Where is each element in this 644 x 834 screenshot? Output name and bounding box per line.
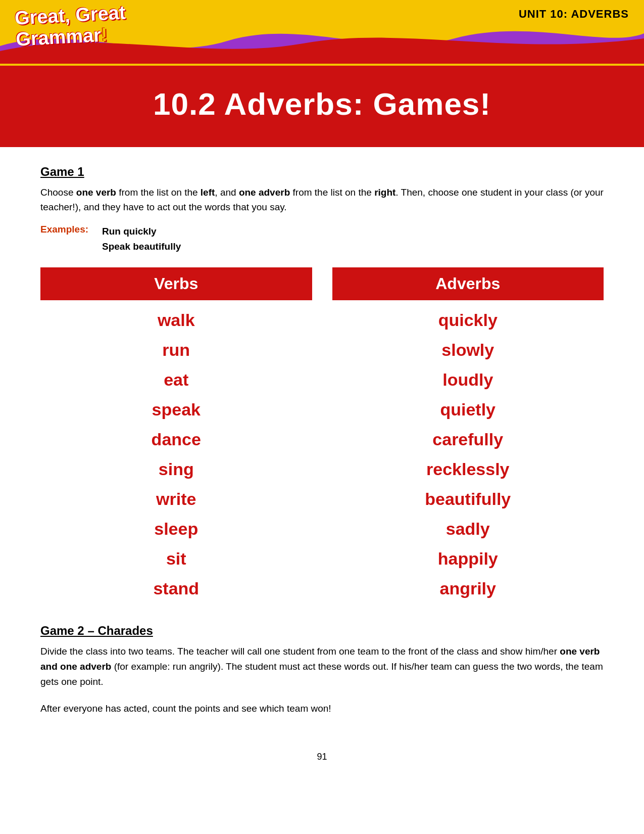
game1-title: Game 1: [40, 165, 604, 179]
adverb-carefully: carefully: [332, 425, 604, 454]
page-number: 91: [0, 752, 644, 772]
verb-stand: stand: [40, 574, 312, 604]
red-banner: 10.2 Adverbs: Games!: [0, 66, 644, 147]
verbs-column: Verbs walk run eat speak dance sing writ…: [40, 267, 312, 604]
logo-exclaim: !: [101, 24, 108, 45]
logo-line2: Grammar: [15, 24, 102, 50]
game2-after-text: After everyone has acted, count the poin…: [40, 701, 604, 716]
verb-sit: sit: [40, 544, 312, 574]
example2: Speak beautifully: [102, 239, 181, 254]
header: Great, Great Grammar! UNIT 10: ADVERBS: [0, 0, 644, 66]
unit-label: UNIT 10: ADVERBS: [519, 8, 629, 21]
adverb-slowly: slowly: [332, 335, 604, 365]
game1-description: Choose one verb from the list on the lef…: [40, 185, 604, 215]
adverb-quickly: quickly: [332, 305, 604, 335]
verb-eat: eat: [40, 365, 312, 395]
adverb-sadly: sadly: [332, 514, 604, 544]
content: Game 1 Choose one verb from the list on …: [0, 147, 644, 752]
verb-speak: speak: [40, 395, 312, 425]
word-table: Verbs walk run eat speak dance sing writ…: [40, 267, 604, 604]
page-title: 10.2 Adverbs: Games!: [30, 86, 614, 122]
adverb-loudly: loudly: [332, 365, 604, 395]
logo-line1: Great, Great: [14, 2, 126, 28]
adverbs-header: Adverbs: [332, 267, 604, 300]
game2-description: Divide the class into two teams. The tea…: [40, 644, 604, 690]
logo-text: Great, Great Grammar!: [14, 2, 127, 50]
adverb-happily: happily: [332, 544, 604, 574]
verb-write: write: [40, 484, 312, 514]
logo: Great, Great Grammar!: [15, 5, 126, 48]
example1: Run quickly: [102, 224, 181, 239]
adverb-angrily: angrily: [332, 574, 604, 604]
adverbs-column: Adverbs quickly slowly loudly quietly ca…: [332, 267, 604, 604]
verb-walk: walk: [40, 305, 312, 335]
verb-sleep: sleep: [40, 514, 312, 544]
verb-dance: dance: [40, 425, 312, 454]
examples-values: Run quickly Speak beautifully: [102, 224, 181, 255]
examples-row: Examples: Run quickly Speak beautifully: [40, 224, 604, 255]
verbs-header: Verbs: [40, 267, 312, 300]
adverb-beautifully: beautifully: [332, 484, 604, 514]
adverb-recklessly: recklessly: [332, 454, 604, 484]
game2-section: Game 2 – Charades Divide the class into …: [40, 624, 604, 717]
verb-sing: sing: [40, 454, 312, 484]
game2-title: Game 2 – Charades: [40, 624, 604, 638]
adverb-quietly: quietly: [332, 395, 604, 425]
verb-run: run: [40, 335, 312, 365]
examples-label: Examples:: [40, 224, 96, 235]
game1-section: Game 1 Choose one verb from the list on …: [40, 165, 604, 604]
